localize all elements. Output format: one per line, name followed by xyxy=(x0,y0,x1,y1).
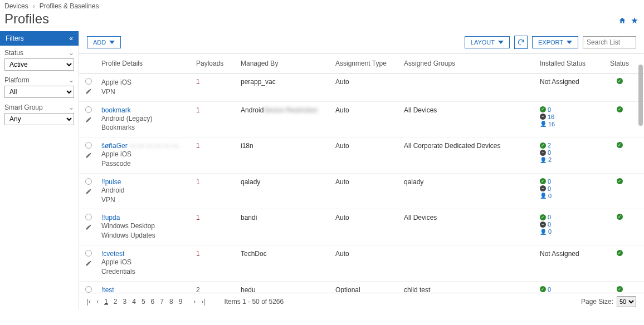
col-assignment-type[interactable]: Assignment Type xyxy=(332,54,401,73)
row-select-radio[interactable] xyxy=(85,214,92,220)
installed-ok-count[interactable]: 2 xyxy=(548,142,551,149)
pager-last[interactable]: ›| xyxy=(201,298,205,306)
pager-first[interactable]: |‹ xyxy=(87,298,91,306)
star-icon[interactable] xyxy=(631,17,638,26)
pager-next[interactable]: › xyxy=(193,298,196,306)
pager-page-3[interactable]: 3 xyxy=(123,298,127,306)
refresh-button[interactable] xyxy=(514,36,528,49)
edit-icon[interactable] xyxy=(85,188,92,196)
assignment-type: Auto xyxy=(335,142,349,150)
smartgroup-select[interactable]: Any xyxy=(4,113,74,125)
assignment-type: Auto xyxy=(335,78,349,86)
pager-prev[interactable]: ‹ xyxy=(96,298,99,306)
installed-pending-count[interactable]: 0 xyxy=(548,185,551,192)
assigned-groups: qalady xyxy=(404,178,423,186)
table-row: šøñaGer — — — — — —Apple iOSPasscode1i18… xyxy=(79,137,644,174)
installed-user-count[interactable]: 0 xyxy=(548,193,552,199)
edit-icon[interactable] xyxy=(85,224,92,232)
chevron-down-icon: ⌄ xyxy=(69,104,74,111)
installed-ok-count[interactable]: 0 xyxy=(548,214,551,220)
row-select-radio[interactable] xyxy=(85,178,92,185)
edit-icon[interactable] xyxy=(85,88,92,96)
filter-label-platform[interactable]: Platform ⌄ xyxy=(4,76,74,84)
profile-payload-type: Credentials xyxy=(101,267,135,277)
installed-pending-count[interactable]: 0 xyxy=(548,221,551,228)
pager-page-9[interactable]: 9 xyxy=(179,298,183,306)
edit-icon[interactable] xyxy=(85,152,92,160)
filters-header[interactable]: Filters « xyxy=(0,31,79,46)
installed-pending-count[interactable]: 16 xyxy=(548,114,554,120)
scrollbar[interactable] xyxy=(638,65,643,126)
search-input[interactable] xyxy=(583,36,636,48)
assigned-groups: All Devices xyxy=(404,214,437,221)
add-button[interactable]: ADD xyxy=(87,36,121,48)
managed-by: i18n xyxy=(241,142,253,150)
export-button[interactable]: EXPORT xyxy=(532,36,578,48)
breadcrumb: Devices › Profiles & Baselines xyxy=(4,2,640,10)
profile-platform: Apple iOS xyxy=(101,150,131,159)
profile-name-link[interactable]: šøñaGer xyxy=(101,142,128,150)
check-circle-icon: ✓ xyxy=(540,106,546,112)
assigned-groups: All Devices xyxy=(404,106,437,114)
blurred-text: Device Restriction xyxy=(264,106,318,114)
profile-name-link[interactable]: bookmark xyxy=(101,106,131,114)
row-select-radio[interactable] xyxy=(85,78,92,85)
user-icon: 👤 xyxy=(540,193,547,199)
col-installed-status[interactable]: Installed Status xyxy=(536,54,606,73)
installed-ok-count[interactable]: 0 xyxy=(548,178,551,185)
status-ok-icon: ✓ xyxy=(617,286,623,292)
breadcrumb-current[interactable]: Profiles & Baselines xyxy=(40,2,99,10)
layout-button[interactable]: LAYOUT xyxy=(465,36,510,48)
status-ok-icon: ✓ xyxy=(617,214,623,220)
row-select-radio[interactable] xyxy=(85,106,92,113)
installed-user-count[interactable]: 0 xyxy=(548,228,552,235)
installed-pending-count[interactable]: 0 xyxy=(548,149,551,156)
installed-user-count[interactable]: 2 xyxy=(548,156,552,163)
profile-name-link[interactable]: !cvetest xyxy=(101,250,124,258)
table-row: !cvetestApple iOSCredentials1TechDocAuto… xyxy=(79,245,644,282)
page-size-select[interactable]: 50 xyxy=(617,296,636,307)
col-profile-details[interactable]: Profile Details xyxy=(98,54,193,73)
status-ok-icon: ✓ xyxy=(617,106,623,112)
row-select-radio[interactable] xyxy=(85,250,92,257)
installed-user-count[interactable]: 16 xyxy=(548,121,555,127)
check-circle-icon: ✓ xyxy=(540,286,546,292)
check-circle-icon: ✓ xyxy=(540,214,546,220)
profile-name-link[interactable]: !!upda xyxy=(101,214,120,221)
assignment-type: Auto xyxy=(335,250,349,258)
col-status[interactable]: Status xyxy=(606,54,633,73)
pager-page-8[interactable]: 8 xyxy=(169,298,173,306)
edit-icon[interactable] xyxy=(85,116,92,125)
pager-page-4[interactable]: 4 xyxy=(132,298,136,306)
profile-platform: Android (Legacy) xyxy=(101,114,152,124)
installed-ok-count[interactable]: 0 xyxy=(548,106,551,113)
platform-select[interactable]: All xyxy=(4,86,74,98)
page-size-label: Page Size: xyxy=(581,298,613,306)
pager: |‹ ‹ 123456789 › ›| Items 1 - 50 of 5266… xyxy=(79,293,644,309)
collapse-icon[interactable]: « xyxy=(69,35,73,42)
col-managed-by[interactable]: Managed By xyxy=(237,54,332,73)
pager-page-2[interactable]: 2 xyxy=(114,298,118,306)
managed-by: Android xyxy=(241,106,264,114)
pager-page-1[interactable]: 1 xyxy=(104,298,108,306)
filter-label-smartgroup[interactable]: Smart Group ⌄ xyxy=(4,104,74,111)
payloads-count: 1 xyxy=(196,250,200,258)
col-payloads[interactable]: Payloads xyxy=(193,54,237,73)
pager-page-7[interactable]: 7 xyxy=(160,298,164,306)
pager-info: Items 1 - 50 of 5266 xyxy=(224,298,284,306)
installed-ok-count[interactable]: 0 xyxy=(548,286,551,293)
breadcrumb-root[interactable]: Devices xyxy=(4,2,28,10)
user-icon: 👤 xyxy=(540,229,547,235)
col-assigned-groups[interactable]: Assigned Groups xyxy=(401,54,536,73)
pager-page-6[interactable]: 6 xyxy=(151,298,155,306)
assigned-groups: All Corporate Dedicated Devices xyxy=(404,142,500,150)
pager-page-5[interactable]: 5 xyxy=(142,298,145,306)
status-select[interactable]: Active xyxy=(4,58,74,71)
filter-label-status[interactable]: Status ⌄ xyxy=(4,49,74,57)
row-select-radio[interactable] xyxy=(85,286,92,293)
profile-name-link[interactable]: !!pulse xyxy=(101,178,121,186)
chevron-down-icon xyxy=(109,40,115,45)
row-select-radio[interactable] xyxy=(85,142,92,149)
home-icon[interactable] xyxy=(618,17,626,26)
edit-icon[interactable] xyxy=(85,260,92,268)
